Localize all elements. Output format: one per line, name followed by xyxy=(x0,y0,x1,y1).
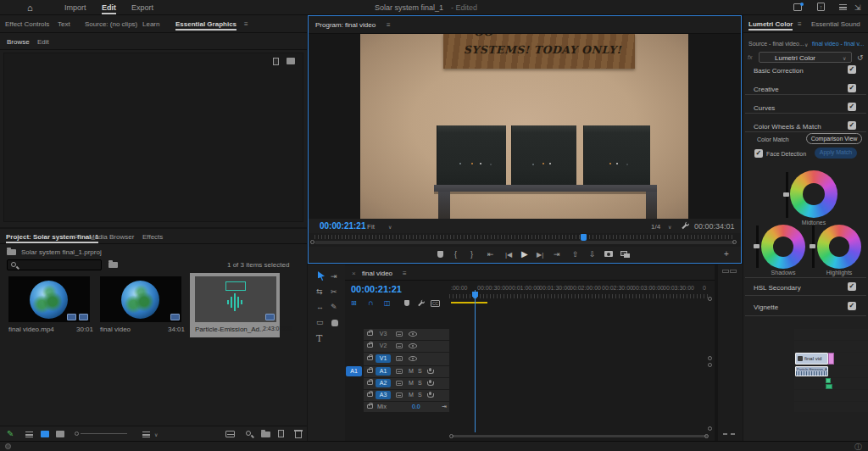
shadows-slider-handle[interactable] xyxy=(754,244,760,248)
pen-tool[interactable]: ✎ xyxy=(331,303,337,311)
timeline-timecode[interactable]: 00:00:21:21 xyxy=(351,284,402,294)
share-icon[interactable]: ↑ xyxy=(817,3,825,11)
clear-icon[interactable] xyxy=(295,432,302,438)
fullscreen-icon[interactable]: ⇲ xyxy=(854,3,861,12)
program-title[interactable]: Program: final video xyxy=(315,21,376,29)
source-patch-a1[interactable]: A1 xyxy=(346,366,362,376)
timeline-vscroll-handle[interactable] xyxy=(708,297,712,301)
clip-audio-green-2[interactable] xyxy=(826,384,832,389)
library-icon[interactable] xyxy=(287,58,295,64)
project-writable-icon[interactable]: ✎ xyxy=(7,429,14,438)
go-to-out-icon[interactable]: ⇥ xyxy=(554,250,560,259)
track-v1-button[interactable]: V1 xyxy=(376,354,391,363)
timeline-vscroll-handle[interactable] xyxy=(708,356,712,360)
button-editor-icon[interactable]: + xyxy=(724,249,729,259)
lock-icon[interactable] xyxy=(367,331,373,336)
subtab-browse[interactable]: Browse xyxy=(7,38,30,46)
voiceover-mic-icon[interactable] xyxy=(429,380,431,383)
find-icon[interactable] xyxy=(246,431,251,436)
timeline-vscroll-handle[interactable] xyxy=(708,363,712,367)
panel-menu-icon[interactable]: ≡ xyxy=(798,20,802,28)
timeline-hscroll-handle-right[interactable] xyxy=(704,434,709,438)
razor-tool[interactable]: ✂ xyxy=(331,287,337,296)
zoom-slider-track[interactable] xyxy=(81,433,127,434)
item-name[interactable]: Particle-Emission_Ad.. xyxy=(195,326,263,333)
new-layout-icon[interactable] xyxy=(273,58,279,65)
project-root-folder-icon[interactable] xyxy=(7,249,16,255)
timeline-ruler[interactable]: :00:00 00:00:30:00 00:01:00:00 00:01:30:… xyxy=(449,282,708,304)
timeline-hscroll-track[interactable] xyxy=(452,435,708,437)
program-playhead[interactable] xyxy=(581,234,587,241)
new-bin-icon[interactable] xyxy=(261,432,270,437)
slip-tool[interactable]: ↔ xyxy=(316,303,324,311)
scrubber-track[interactable] xyxy=(314,241,735,244)
tab-source[interactable]: Source: (no clips) xyxy=(85,20,137,28)
track-a3-button[interactable]: A3 xyxy=(376,391,391,399)
timeline-vscroll-handle[interactable] xyxy=(708,426,712,431)
mute-button[interactable]: M xyxy=(409,392,414,398)
lock-icon[interactable] xyxy=(367,343,373,348)
project-item-thumbnail[interactable] xyxy=(8,276,90,322)
lock-icon[interactable] xyxy=(367,393,373,397)
track-select-forward-tool[interactable]: ⇥ xyxy=(331,272,337,281)
timeline-settings-wrench-icon[interactable] xyxy=(417,299,425,307)
tab-text[interactable]: Text xyxy=(58,20,70,28)
list-view-icon[interactable] xyxy=(25,432,33,437)
clip-audio-green-1[interactable] xyxy=(826,378,831,383)
extract-icon[interactable]: ⇩ xyxy=(589,250,596,259)
timeline-playhead-line[interactable] xyxy=(475,290,476,432)
timeline-tab[interactable]: final video xyxy=(362,270,392,277)
lock-icon[interactable] xyxy=(367,381,373,385)
type-tool[interactable]: T xyxy=(316,333,322,344)
ripple-edit-tool[interactable]: ⇆ xyxy=(316,287,323,296)
project-file-name[interactable]: Solar system final_1.prproj xyxy=(21,248,102,256)
info-icon[interactable]: ⓘ xyxy=(854,442,862,451)
workspaces-icon[interactable] xyxy=(839,4,847,10)
tab-media-browser[interactable]: Media Browser xyxy=(89,233,134,241)
basic-correction-checkbox[interactable] xyxy=(848,65,856,74)
comparison-view-button[interactable]: Comparison View xyxy=(806,133,862,144)
panel-menu-icon[interactable]: ≡ xyxy=(75,233,79,241)
freeform-view-icon[interactable] xyxy=(56,431,64,437)
mute-button[interactable]: M xyxy=(409,368,414,374)
sequence-badge-icon[interactable] xyxy=(170,314,180,320)
track-a1-button[interactable]: A1 xyxy=(376,367,391,376)
lift-icon[interactable]: ⇧ xyxy=(572,250,579,259)
selection-tool[interactable] xyxy=(318,271,325,281)
clip-graphic-pink[interactable] xyxy=(828,353,834,365)
sort-icon[interactable] xyxy=(142,432,150,437)
panel-menu-icon[interactable]: ≡ xyxy=(244,20,248,28)
tab-export[interactable]: Export xyxy=(131,3,153,12)
go-to-in-icon[interactable]: ⇤ xyxy=(487,250,494,259)
linked-selection-icon[interactable]: ◫ xyxy=(384,299,391,307)
work-area-bar[interactable] xyxy=(451,302,487,303)
icon-view-icon[interactable] xyxy=(41,431,49,437)
snap-icon[interactable]: ∩ xyxy=(368,298,374,307)
add-marker-icon[interactable] xyxy=(437,251,443,258)
export-frame-icon[interactable] xyxy=(604,251,613,257)
audio-badge-icon[interactable] xyxy=(79,314,88,320)
mute-button[interactable]: M xyxy=(409,380,414,386)
play-button[interactable]: ▶ xyxy=(521,249,528,259)
effect-selector[interactable]: Lumetri Color ∨ xyxy=(759,52,852,63)
step-forward-icon[interactable]: ▶| xyxy=(537,251,543,259)
reset-effect-icon[interactable]: ↺ xyxy=(857,53,864,62)
track-a3-content[interactable] xyxy=(794,390,868,401)
tab-effects[interactable]: Effects xyxy=(142,233,163,241)
tab-import[interactable]: Import xyxy=(64,3,86,12)
voiceover-mic-icon[interactable] xyxy=(429,392,431,395)
close-icon[interactable]: × xyxy=(352,270,356,277)
sync-lock-icon[interactable] xyxy=(396,393,403,398)
curves-checkbox[interactable] xyxy=(848,103,856,111)
home-icon[interactable]: ⌂ xyxy=(27,3,33,13)
keyframe-nav-icon[interactable]: ⇥ xyxy=(442,404,447,410)
program-current-timecode[interactable]: 00:00:21:21 xyxy=(320,221,365,231)
scrubber-zoom-handle-right[interactable] xyxy=(732,240,737,244)
section-color-wheels-match[interactable]: Color Wheels & Match xyxy=(754,123,821,131)
hsl-secondary-checkbox[interactable] xyxy=(848,282,856,291)
face-detection-checkbox[interactable] xyxy=(754,149,763,158)
midtones-color-wheel[interactable] xyxy=(790,170,837,218)
add-marker-icon[interactable] xyxy=(404,300,409,306)
tab-edit[interactable]: Edit xyxy=(102,3,116,12)
subtab-edit[interactable]: Edit xyxy=(37,38,49,46)
